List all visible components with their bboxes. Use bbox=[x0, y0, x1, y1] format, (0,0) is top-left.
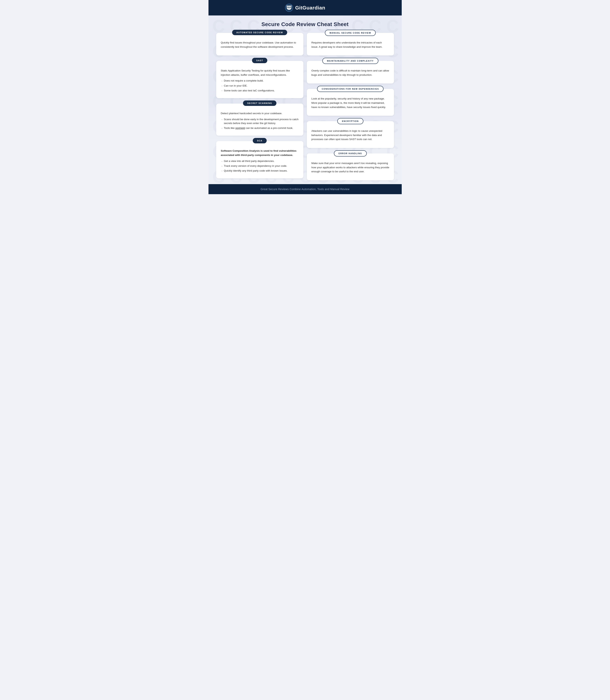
footer-text: Great Secure Reviews Combine Automation,… bbox=[260, 188, 349, 191]
list-item: Tools like ggshield can be automated as … bbox=[221, 126, 299, 130]
secret-scanning-intro: Detect plaintext hardcoded secrets in yo… bbox=[221, 111, 299, 116]
brand-name: GitGuardian bbox=[295, 5, 325, 11]
list-item: Get a view into all third party dependen… bbox=[221, 159, 299, 163]
card-maintainability: MAINTAINABILITY AND COMPLEXITY Overly co… bbox=[307, 61, 394, 83]
list-item: Track every version of every dependency … bbox=[221, 164, 299, 168]
card-manual-review: MANUAL SECURE CODE REVIEW Requires devel… bbox=[307, 33, 394, 55]
sca-intro-bold: Software Composition Analysis is used to… bbox=[221, 149, 296, 157]
card-body-sast: Static Application Security Testing for … bbox=[221, 69, 299, 93]
card-body-secret-scanning: Detect plaintext hardcoded secrets in yo… bbox=[221, 111, 299, 130]
badge-sast: SAST bbox=[252, 58, 267, 63]
badge-encryption: ENCRYPTION bbox=[337, 118, 364, 124]
secret-scanning-list: Scans should be done early in the develo… bbox=[221, 117, 299, 130]
error-handling-text: Make sure that your error messages aren'… bbox=[311, 161, 389, 174]
badge-automated-review: AUTOMATED SECURE CODE REVIEW bbox=[232, 30, 287, 35]
card-body-maintainability: Overly complex code is difficult to main… bbox=[311, 69, 389, 77]
list-item: Can run in your IDE. bbox=[221, 84, 299, 88]
card-body-encryption: Attackers can use vulnerabilities in log… bbox=[311, 129, 389, 142]
left-column: AUTOMATED SECURE CODE REVIEW Quickly fin… bbox=[216, 33, 303, 180]
manual-review-text: Requires developers who understands the … bbox=[311, 40, 389, 49]
right-column: MANUAL SECURE CODE REVIEW Requires devel… bbox=[307, 33, 394, 180]
sast-intro: Static Application Security Testing for … bbox=[221, 69, 299, 77]
main-content: C C C C C C C C C C C C C C C C C C C C … bbox=[208, 15, 402, 184]
card-body-automated-review: Quickly find issues throughout your code… bbox=[221, 40, 299, 49]
card-error-handling: ERROR HANDLING Make sure that your error… bbox=[307, 153, 394, 180]
page-title: Secure Code Review Cheat Sheet bbox=[216, 21, 394, 28]
card-dependencies: CONSIDERATIONS FOR NEW DEPENDENCIES Look… bbox=[307, 89, 394, 116]
badge-error-handling: ERROR HANDLING bbox=[334, 150, 367, 157]
card-body-error-handling: Make sure that your error messages aren'… bbox=[311, 161, 389, 174]
header: GitGuardian bbox=[208, 0, 402, 15]
list-item: Does not require a complete build. bbox=[221, 79, 299, 83]
card-sast: SAST Static Application Security Testing… bbox=[216, 61, 303, 98]
svg-point-9 bbox=[290, 7, 290, 7]
sca-list: Get a view into all third party dependen… bbox=[221, 159, 299, 173]
encryption-text: Attackers can use vulnerabilities in log… bbox=[311, 129, 389, 142]
logo-container: GitGuardian bbox=[285, 3, 325, 12]
svg-point-11 bbox=[288, 8, 290, 10]
ggshield-link: ggshield bbox=[235, 127, 245, 129]
card-secret-scanning: SECRET SCANNING Detect plaintext hardcod… bbox=[216, 103, 303, 136]
content-grid: AUTOMATED SECURE CODE REVIEW Quickly fin… bbox=[216, 33, 394, 180]
sast-list: Does not require a complete build. Can r… bbox=[221, 79, 299, 93]
badge-maintainability: MAINTAINABILITY AND COMPLEXITY bbox=[322, 58, 378, 64]
sca-intro: Software Composition Analysis is used to… bbox=[221, 149, 299, 157]
badge-secret-scanning: SECRET SCANNING bbox=[243, 100, 276, 106]
card-sca: SCA Software Composition Analysis is use… bbox=[216, 141, 303, 178]
footer: Great Secure Reviews Combine Automation,… bbox=[208, 184, 402, 194]
card-encryption: ENCRYPTION Attackers can use vulnerabili… bbox=[307, 121, 394, 148]
card-automated-review: AUTOMATED SECURE CODE REVIEW Quickly fin… bbox=[216, 33, 303, 55]
automated-review-text: Quickly find issues throughout your code… bbox=[221, 40, 299, 49]
list-item: Quickly identify any third party code wi… bbox=[221, 169, 299, 173]
dependencies-text: Look at the popularity, security and his… bbox=[311, 97, 389, 109]
badge-dependencies: CONSIDERATIONS FOR NEW DEPENDENCIES bbox=[317, 86, 384, 92]
card-body-manual-review: Requires developers who understands the … bbox=[311, 40, 389, 49]
svg-point-8 bbox=[288, 7, 288, 7]
maintainability-text: Overly complex code is difficult to main… bbox=[311, 69, 389, 77]
gitguardian-logo-icon bbox=[285, 3, 293, 12]
card-body-dependencies: Look at the popularity, security and his… bbox=[311, 97, 389, 109]
list-item: Scans should be done early in the develo… bbox=[221, 117, 299, 125]
badge-manual-review: MANUAL SECURE CODE REVIEW bbox=[325, 30, 375, 36]
list-item: Some tools can also test IaC configurati… bbox=[221, 89, 299, 93]
badge-sca: SCA bbox=[253, 138, 267, 143]
card-body-sca: Software Composition Analysis is used to… bbox=[221, 149, 299, 173]
